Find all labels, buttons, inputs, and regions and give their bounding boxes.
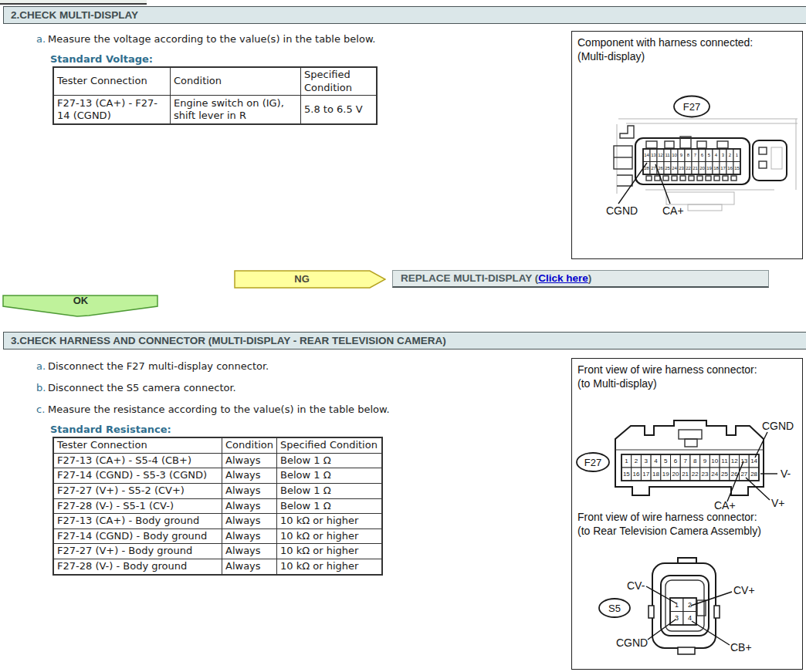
table-row: F27-27 (V+) - Body groundAlways10 kΩ or …: [53, 544, 382, 559]
step-text: Disconnect the S5 camera connector.: [48, 382, 236, 393]
standard-voltage-table: Tester ConnectionConditionSpecified Cond…: [52, 66, 378, 125]
pin-number: 19: [662, 471, 669, 478]
table-cell: Always: [222, 453, 277, 468]
f27-front-pin-grid: 1234567891011121314151617181920212223242…: [621, 454, 759, 481]
table-row: F27-14 (CGND) - Body groundAlways10 kΩ o…: [53, 528, 382, 544]
column-header: Tester Connection: [53, 437, 222, 453]
column-header: Condition: [222, 437, 277, 453]
pin-number: 11: [721, 458, 728, 464]
pin-label-ca-plus: CA+: [662, 204, 684, 217]
pin-number: 2: [688, 601, 692, 609]
section-3-header: 3.CHECK HARNESS AND CONNECTOR (MULTI-DIS…: [3, 332, 806, 350]
table-cell: F27-28 (V-) - S5-1 (CV-): [53, 498, 222, 514]
harness-connector-diagram: 1234567891011121314151617181920212223242…: [572, 359, 802, 669]
pin-number: 21: [682, 471, 689, 478]
table-cell: Engine switch on (IG), shift lever in R: [171, 96, 301, 125]
pin-number: 16: [727, 166, 733, 171]
ng-action-box: REPLACE MULTI-DISPLAY (Click here): [392, 270, 769, 288]
connector-id-label: S5: [608, 603, 621, 614]
pin-label-cb-plus: CB+: [730, 641, 752, 653]
pin-number: 7: [683, 458, 687, 464]
pin-number: 8: [693, 458, 697, 464]
table-cell: 10 kΩ or higher: [277, 559, 383, 575]
pin-number: 18: [652, 471, 659, 478]
pin-number: 21: [693, 166, 698, 171]
step-letter: a.: [36, 33, 48, 45]
pin-number: 19: [706, 166, 712, 171]
table-cell: F27-27 (V+) - S5-2 (CV+): [53, 483, 222, 498]
section-3-title: 3.CHECK HARNESS AND CONNECTOR (MULTI-DIS…: [11, 335, 446, 346]
pin-number: 3: [675, 614, 679, 622]
pin-number: 28: [750, 471, 757, 478]
pin-label-cgnd: CGND: [762, 420, 794, 432]
table-row: F27-28 (V-) - Body groundAlways10 kΩ or …: [53, 559, 382, 575]
step-text: Measure the voltage according to the val…: [48, 33, 375, 45]
table-cell: Always: [222, 559, 277, 575]
click-here-link[interactable]: Click here: [538, 272, 588, 284]
pin-label-cv-plus: CV+: [733, 584, 755, 596]
pin-number: 3: [645, 458, 649, 464]
table-cell: 10 kΩ or higher: [277, 528, 383, 544]
ok-result-arrow: OK: [2, 295, 159, 318]
step-letter: c.: [36, 404, 48, 415]
pin-number: 13: [651, 153, 656, 157]
pin-number: 22: [686, 166, 691, 171]
step-text: Measure the resistance according to the …: [48, 404, 390, 415]
pin-number: 10: [672, 153, 677, 157]
connector-id-label: F27: [683, 101, 700, 113]
previous-section-remnant: [0, 0, 147, 5]
pin-number: 27: [740, 471, 747, 478]
pin-number: 17: [720, 166, 726, 171]
ng-result-arrow: NG: [234, 270, 386, 289]
pin-number: 5: [664, 458, 668, 464]
pin-number: 13: [740, 458, 747, 464]
table-cell: 10 kΩ or higher: [277, 544, 383, 559]
pin-number: 6: [674, 458, 678, 464]
table-cell: Always: [222, 514, 277, 529]
table-header-row: Tester ConnectionConditionSpecified Cond…: [53, 437, 382, 453]
voltage-table-caption: Standard Voltage:: [50, 53, 153, 65]
table-cell: Below 1 Ω: [277, 483, 383, 498]
table-cell: F27-13 (CA+) - Body ground: [53, 514, 222, 529]
pin-number: 20: [672, 471, 679, 478]
table-row: F27-13 (CA+) - F27-14 (CGND)Engine switc…: [53, 96, 377, 125]
pin-number: 24: [711, 471, 718, 478]
step-3c: c.Measure the resistance according to th…: [36, 404, 390, 415]
table-cell: Always: [222, 468, 277, 484]
pin-number: 25: [721, 471, 728, 478]
pin-label-cgnd: CGND: [606, 204, 638, 217]
table-cell: F27-13 (CA+) - F27-14 (CGND): [53, 96, 171, 125]
multi-display-connector-diagram: 1413121110987654321282726252423222120191…: [572, 32, 802, 258]
pin-label-v-plus: V+: [771, 497, 785, 509]
pin-label-ca-plus: CA+: [714, 499, 736, 512]
pin-number: 10: [711, 458, 718, 464]
column-header: Specified Condition: [277, 437, 383, 453]
step-2a: a.Measure the voltage according to the v…: [36, 33, 375, 45]
step-letter: a.: [36, 360, 48, 372]
step-text: Disconnect the F27 multi-display connect…: [48, 360, 269, 372]
ok-badge: OK: [2, 295, 159, 307]
column-header: Condition: [171, 67, 301, 96]
table-cell: Below 1 Ω: [277, 498, 383, 514]
pin-label-cv-minus: CV-: [627, 579, 645, 592]
table-cell: Always: [222, 483, 277, 498]
table-cell: F27-13 (CA+) - S5-4 (CB+): [53, 453, 222, 468]
table-cell: F27-14 (CGND) - S5-3 (CGND): [53, 468, 222, 484]
pin-number: 12: [731, 458, 738, 464]
pin-number: 18: [713, 166, 719, 171]
figure-harness-front-views: Front view of wire harness connector: (t…: [571, 358, 803, 670]
service-manual-page: 2.CHECK MULTI-DISPLAY a.Measure the volt…: [0, 0, 806, 672]
column-header: Tester Connection: [53, 67, 171, 96]
connector-id-label: F27: [584, 457, 601, 468]
pin-number: 14: [750, 458, 757, 464]
pin-number: 17: [642, 471, 649, 478]
pin-number: 20: [699, 166, 705, 171]
table-cell: F27-28 (V-) - Body ground: [53, 559, 222, 575]
pin-number: 4: [688, 614, 692, 622]
table-cell: 10 kΩ or higher: [277, 514, 383, 529]
section-2-title: 2.CHECK MULTI-DISPLAY: [11, 9, 138, 21]
pin-number: 24: [672, 166, 677, 171]
pin-number: 14: [644, 153, 649, 157]
figure-multi-display-connected: Component with harness connected: (Multi…: [571, 31, 803, 259]
ng-badge: NG: [234, 270, 370, 288]
